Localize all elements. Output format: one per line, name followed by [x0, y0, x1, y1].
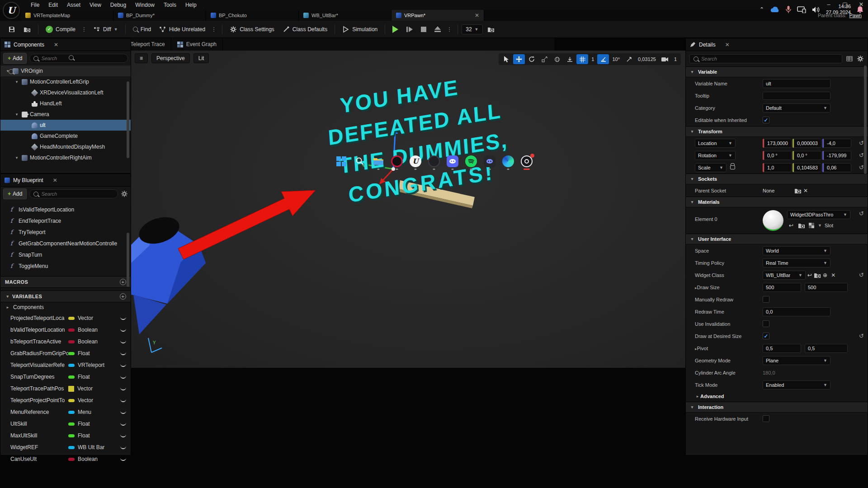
use-selected-icon[interactable]: ↩: [787, 222, 795, 229]
start-button[interactable]: [335, 155, 348, 168]
tab-bp-dummy[interactable]: BP_Dummy*: [113, 10, 206, 21]
rotation-y-input[interactable]: 0,0 °: [794, 151, 821, 160]
lit-dropdown[interactable]: Lit: [193, 53, 209, 63]
variable-row[interactable]: UltSkill Float: [0, 418, 131, 430]
section-materials[interactable]: ▾Materials: [686, 197, 868, 207]
section-sockets[interactable]: ▾Sockets: [686, 174, 868, 184]
lock-icon[interactable]: [730, 165, 735, 169]
component-tree-row[interactable]: ult: [0, 120, 131, 131]
minimize-button[interactable]: –: [826, 1, 832, 8]
find-button[interactable]: Find: [129, 24, 155, 35]
diff-button[interactable]: Diff ▼: [90, 23, 122, 35]
my-blueprint-scrollbar[interactable]: [127, 233, 129, 287]
location-x-input[interactable]: 173,0000: [764, 139, 792, 148]
expander-icon[interactable]: ▾: [14, 80, 19, 84]
speaker-icon[interactable]: [812, 6, 820, 13]
closed-eye-icon[interactable]: [120, 328, 126, 332]
tick-mode-dropdown[interactable]: Enabled▼: [763, 380, 830, 389]
compile-button[interactable]: ✓ Compile: [42, 23, 79, 35]
grid-snap-button[interactable]: [576, 54, 588, 64]
macros-section-header[interactable]: MACROS +: [0, 276, 131, 288]
hide-unrelated-kebab[interactable]: ⋮: [210, 26, 218, 33]
space-dropdown[interactable]: World▼: [763, 246, 830, 255]
browse-asset-button[interactable]: [484, 23, 498, 35]
expander-icon[interactable]: ▸: [5, 305, 10, 310]
component-tree-row[interactable]: HeadMountedDisplayMesh: [0, 141, 131, 152]
scale-dropdown[interactable]: Scale▼: [695, 163, 726, 172]
closed-eye-icon[interactable]: [120, 446, 126, 449]
add-variable-icon[interactable]: +: [120, 293, 126, 300]
details-scrollbar[interactable]: [864, 66, 867, 174]
gear-icon[interactable]: [121, 190, 128, 197]
gear-icon[interactable]: [857, 55, 864, 62]
tab-vrpawn[interactable]: VRPawn* ✕: [392, 10, 484, 21]
unreal-engine-button[interactable]: U: [409, 155, 422, 168]
variables-section-header[interactable]: ▾ VARIABLES +: [0, 291, 131, 302]
spotify-button[interactable]: [464, 155, 478, 168]
clear-socket-icon[interactable]: ✕: [802, 188, 810, 194]
category-dropdown[interactable]: Default ▼: [763, 103, 830, 113]
function-row[interactable]: f ToggleMenu: [0, 260, 131, 272]
function-row[interactable]: f IsValidTeleportLocation: [0, 204, 131, 215]
variable-row[interactable]: TeleportProjectPointTo Vector: [0, 394, 131, 406]
component-tree-row[interactable]: ▾ MotionControllerRightAim: [0, 152, 131, 163]
add-blueprint-item-button[interactable]: + Add: [3, 188, 27, 199]
tab-event-graph[interactable]: Event Graph: [171, 38, 223, 51]
location-dropdown[interactable]: Location▼: [695, 139, 736, 148]
variable-row[interactable]: CanUseUlt Boolean: [0, 453, 131, 465]
details-search-input[interactable]: [701, 56, 838, 61]
rotation-x-input[interactable]: 0,0 °: [764, 151, 792, 160]
play-options-kebab[interactable]: ⋮: [445, 26, 454, 33]
browse-button[interactable]: [20, 23, 34, 35]
scale-x-input[interactable]: 1,0: [764, 163, 792, 172]
variable-row[interactable]: TeleportVisualizerRefe VRTeleport: [0, 359, 131, 371]
rotation-z-input[interactable]: -179,999: [824, 151, 851, 160]
close-panel-icon[interactable]: ✕: [53, 177, 57, 183]
display-filter-icon[interactable]: [846, 55, 853, 62]
variable-row[interactable]: MaxUltSkill Float: [0, 430, 131, 441]
closed-eye-icon[interactable]: [120, 375, 126, 379]
expander-icon[interactable]: ▾: [5, 294, 10, 299]
manually-redraw-checkbox[interactable]: [763, 296, 769, 303]
menu-item[interactable]: Debug: [106, 0, 131, 9]
variable-row[interactable]: MenuReference Menu: [0, 406, 131, 418]
checker-icon[interactable]: [808, 222, 815, 229]
geometry-mode-dropdown[interactable]: Plane▼: [763, 356, 830, 365]
closed-eye-icon[interactable]: [120, 340, 126, 343]
draw-at-desired-size-checkbox[interactable]: ✓: [763, 333, 769, 339]
chevron-down-icon[interactable]: ▼: [818, 223, 822, 228]
component-tree-row[interactable]: HandLeft: [0, 98, 131, 109]
variables-category-components[interactable]: ▸ Components: [0, 302, 131, 312]
pivot-y-input[interactable]: 0,5: [805, 344, 848, 353]
tooltip-input[interactable]: [763, 92, 830, 100]
use-invalidation-checkbox[interactable]: [763, 320, 769, 327]
discord-button[interactable]: [446, 155, 459, 168]
row-advanced[interactable]: ▸ Advanced: [686, 391, 868, 402]
redraw-time-input[interactable]: 0,0: [763, 307, 830, 316]
reset-location-icon[interactable]: ↺: [859, 140, 864, 146]
editable-when-inherited-checkbox[interactable]: ✓: [763, 117, 769, 123]
function-row[interactable]: f GetGrabComponentNearMotionControlle: [0, 238, 131, 249]
section-variable[interactable]: ▾Variable: [686, 66, 868, 77]
folder-search-icon[interactable]: [798, 222, 805, 229]
component-tree-row[interactable]: ▾ Camera: [0, 109, 131, 120]
red-ring-app-button[interactable]: [390, 155, 404, 168]
closed-eye-icon[interactable]: [120, 352, 126, 355]
menu-item[interactable]: Window: [131, 0, 159, 9]
tab-bp-chokuto[interactable]: BP_Chokuto: [206, 10, 299, 21]
frame-skip-button[interactable]: [403, 24, 416, 34]
my-blueprint-search-input[interactable]: [41, 191, 114, 197]
function-row[interactable]: f EndTeleportTrace: [0, 215, 131, 226]
maximize-button[interactable]: ▢: [842, 1, 848, 8]
3d-viewport[interactable]: Y YOU HAVE DEFEATED ALL THE DUMMIES, CON…: [131, 51, 685, 368]
onedrive-icon[interactable]: [770, 6, 780, 13]
camera-speed-value[interactable]: 1: [672, 56, 679, 62]
reset-draw-desired-icon[interactable]: ↺: [859, 333, 864, 339]
file-explorer-button[interactable]: [372, 155, 385, 168]
component-tree-row[interactable]: GameComplete: [0, 131, 131, 141]
pivot-x-input[interactable]: 0,5: [763, 344, 801, 353]
grid-snap-value[interactable]: 1: [589, 56, 596, 62]
reset-widget-class-icon[interactable]: ↺: [859, 272, 864, 278]
obs-button[interactable]: [520, 155, 533, 168]
rotation-snap-value[interactable]: 10°: [610, 56, 622, 62]
